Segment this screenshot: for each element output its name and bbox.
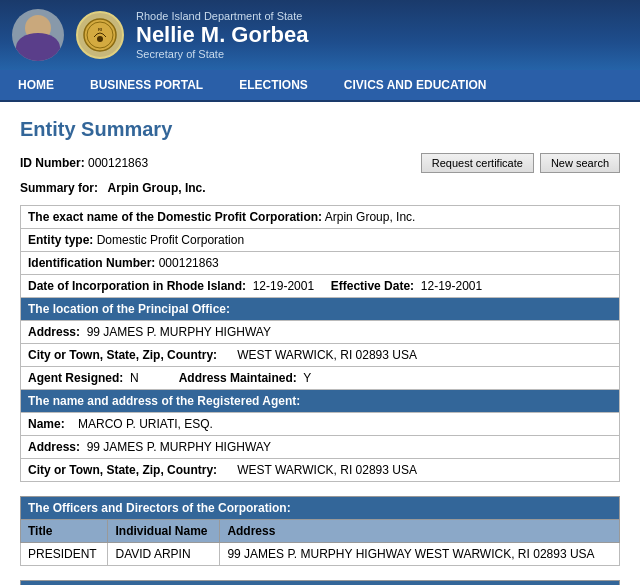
principal-address-label: Address: bbox=[28, 325, 80, 339]
id-label: ID Number: bbox=[20, 156, 85, 170]
main-nav: HOME BUSINESS PORTAL ELECTIONS CIVICS AN… bbox=[0, 70, 640, 102]
entity-type-value: Domestic Profit Corporation bbox=[97, 233, 244, 247]
nav-business-portal[interactable]: BUSINESS PORTAL bbox=[72, 70, 221, 100]
nav-civics[interactable]: CIVICS AND EDUCATION bbox=[326, 70, 505, 100]
svg-point-0 bbox=[84, 19, 116, 51]
reg-city-label: City or Town, State, Zip, Country: bbox=[28, 463, 217, 477]
id-value: 000121863 bbox=[88, 156, 148, 170]
svg-point-3 bbox=[97, 36, 103, 42]
principal-office-header-row: The location of the Principal Office: bbox=[21, 298, 620, 321]
entity-date-label: Date of Incorporation in Rhode Island: bbox=[28, 279, 246, 293]
request-certificate-button[interactable]: Request certificate bbox=[421, 153, 534, 173]
reg-name-value: MARCO P. URIATI, ESQ. bbox=[78, 417, 213, 431]
id-row: ID Number: 000121863 Request certificate… bbox=[20, 153, 620, 173]
effective-date-value: 12-19-2001 bbox=[421, 279, 482, 293]
officers-col-name: Individual Name bbox=[108, 520, 220, 543]
address-maintained-value: Y bbox=[303, 371, 311, 385]
svg-text:RI: RI bbox=[98, 27, 102, 32]
summary-for: Summary for: Arpin Group, Inc. bbox=[20, 181, 620, 195]
nav-home[interactable]: HOME bbox=[0, 70, 72, 100]
main-content: Entity Summary ID Number: 000121863 Requ… bbox=[0, 102, 640, 585]
page-title: Entity Summary bbox=[20, 118, 620, 141]
reg-address-value: 99 JAMES P. MURPHY HIGHWAY bbox=[87, 440, 271, 454]
entity-type-row: Entity type: Domestic Profit Corporation bbox=[21, 229, 620, 252]
reg-city-value: WEST WARWICK, RI 02893 USA bbox=[237, 463, 417, 477]
agent-resigned-value: N bbox=[130, 371, 139, 385]
principal-address-row: Address: 99 JAMES P. MURPHY HIGHWAY bbox=[21, 321, 620, 344]
principal-city-label: City or Town, State, Zip, Country: bbox=[28, 348, 217, 362]
officers-col-title: Title bbox=[21, 520, 108, 543]
officers-header-row: Title Individual Name Address bbox=[21, 520, 620, 543]
principal-address-value: 99 JAMES P. MURPHY HIGHWAY bbox=[87, 325, 271, 339]
header-text: Rhode Island Department of State Nellie … bbox=[136, 10, 628, 60]
site-header: RI Rhode Island Department of State Nell… bbox=[0, 0, 640, 70]
principal-header: The location of the Principal Office: bbox=[21, 298, 620, 321]
agent-resigned-row: Agent Resigned: N Address Maintained: Y bbox=[21, 367, 620, 390]
entity-name-value: Arpin Group, Inc. bbox=[325, 210, 416, 224]
officer-title: PRESIDENT bbox=[21, 543, 108, 566]
entity-details-table: The exact name of the Domestic Profit Co… bbox=[20, 205, 620, 482]
secretary-name: Nellie M. Gorbea bbox=[136, 22, 628, 48]
secretary-title: Secretary of State bbox=[136, 48, 628, 60]
state-seal: RI bbox=[76, 11, 124, 59]
officer-name: DAVID ARPIN bbox=[108, 543, 220, 566]
principal-city-value: WEST WARWICK, RI 02893 USA bbox=[237, 348, 417, 362]
summary-for-label: Summary for: bbox=[20, 181, 98, 195]
entity-date-value: 12-19-2001 bbox=[253, 279, 314, 293]
entity-id-row: Identification Number: 000121863 bbox=[21, 252, 620, 275]
entity-date-row: Date of Incorporation in Rhode Island: 1… bbox=[21, 275, 620, 298]
entity-name-row: The exact name of the Domestic Profit Co… bbox=[21, 206, 620, 229]
entity-name-label: The exact name of the Domestic Profit Co… bbox=[28, 210, 322, 224]
officers-col-address: Address bbox=[220, 520, 620, 543]
entity-type-label: Entity type: bbox=[28, 233, 93, 247]
reg-name-label: Name: bbox=[28, 417, 65, 431]
new-search-button[interactable]: New search bbox=[540, 153, 620, 173]
officers-section-header: The Officers and Directors of the Corpor… bbox=[20, 496, 620, 519]
reg-address-row: Address: 99 JAMES P. MURPHY HIGHWAY bbox=[21, 436, 620, 459]
action-buttons: Request certificate New search bbox=[421, 153, 620, 173]
secretary-photo bbox=[12, 9, 64, 61]
entity-id-value2: 000121863 bbox=[159, 256, 219, 270]
entity-id: ID Number: 000121863 bbox=[20, 156, 148, 170]
registered-agent-header-row: The name and address of the Registered A… bbox=[21, 390, 620, 413]
address-maintained-label: Address Maintained: bbox=[179, 371, 297, 385]
entity-id-label2: Identification Number: bbox=[28, 256, 155, 270]
officer-address: 99 JAMES P. MURPHY HIGHWAY WEST WARWICK,… bbox=[220, 543, 620, 566]
agent-resigned-label: Agent Resigned: bbox=[28, 371, 123, 385]
officer-row: PRESIDENT DAVID ARPIN 99 JAMES P. MURPHY… bbox=[21, 543, 620, 566]
shares-section-header: The total number of shares and the par v… bbox=[20, 580, 620, 585]
principal-city-row: City or Town, State, Zip, Country: WEST … bbox=[21, 344, 620, 367]
officers-table: Title Individual Name Address PRESIDENT … bbox=[20, 519, 620, 566]
effective-date-label: Effective Date: bbox=[331, 279, 414, 293]
state-name: Rhode Island Department of State bbox=[136, 10, 628, 22]
reg-address-label: Address: bbox=[28, 440, 80, 454]
reg-name-row: Name: MARCO P. URIATI, ESQ. bbox=[21, 413, 620, 436]
summary-for-value: Arpin Group, Inc. bbox=[108, 181, 206, 195]
registered-header: The name and address of the Registered A… bbox=[21, 390, 620, 413]
reg-city-row: City or Town, State, Zip, Country: WEST … bbox=[21, 459, 620, 482]
nav-elections[interactable]: ELECTIONS bbox=[221, 70, 326, 100]
